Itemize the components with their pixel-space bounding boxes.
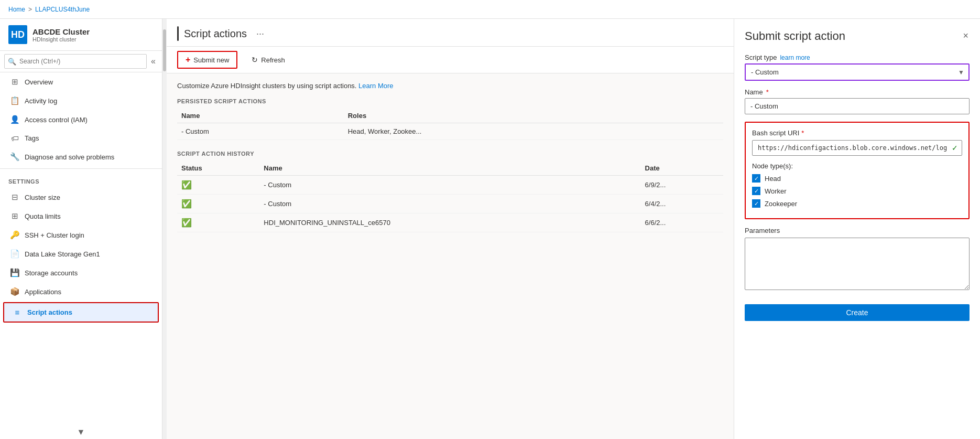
name-required: *: [766, 88, 769, 96]
cluster-icon: HD: [8, 25, 27, 44]
bash-required: *: [801, 129, 804, 137]
sidebar-item-script-actions-label: Script actions: [27, 308, 72, 316]
history-name-1: - Custom: [259, 176, 640, 195]
zookeeper-checkbox[interactable]: [752, 199, 760, 208]
sidebar-item-script-actions[interactable]: ≡ Script actions: [4, 303, 158, 322]
sidebar-item-data-lake-label: Data Lake Storage Gen1: [25, 250, 100, 258]
head-checkbox[interactable]: [752, 174, 760, 183]
access-control-icon: 👤: [10, 115, 19, 124]
sidebar-nav: ⊞ Overview 📋 Activity log 👤 Access contr…: [0, 72, 162, 425]
script-type-group: Script type learn more - Custom Bash Pow…: [745, 53, 970, 81]
script-type-select[interactable]: - Custom Bash PowerShell: [745, 63, 970, 81]
sidebar-item-applications[interactable]: 📦 Applications: [0, 282, 162, 301]
sidebar-item-overview[interactable]: ⊞ Overview: [0, 72, 162, 91]
submit-new-button[interactable]: + Submit new: [177, 51, 237, 69]
sidebar-item-access-control[interactable]: 👤 Access control (IAM): [0, 110, 162, 129]
worker-label: Worker: [765, 187, 787, 195]
quota-icon: ⊞: [10, 211, 19, 221]
applications-icon: 📦: [10, 287, 19, 296]
node-types-label: Node type(s):: [752, 162, 962, 170]
table-row: - Custom Head, Worker, Zookee...: [177, 123, 723, 140]
sidebar-item-tags-label: Tags: [25, 134, 39, 142]
bash-uri-input[interactable]: [752, 140, 962, 156]
sidebar-item-activity-log[interactable]: 📋 Activity log: [0, 91, 162, 110]
content-area: Customize Azure HDInsight clusters by us…: [167, 73, 734, 439]
cluster-name: ABCDE Cluster: [32, 27, 90, 36]
table-row: ✅ - Custom 6/9/2...: [177, 176, 723, 195]
home-breadcrumb[interactable]: Home: [8, 6, 25, 13]
create-button[interactable]: Create: [745, 304, 970, 321]
main-content: Script actions ··· + Submit new ↻ Refres…: [167, 19, 734, 439]
ssh-icon: 🔑: [10, 230, 19, 240]
col-status: Status: [177, 161, 259, 176]
persisted-name: - Custom: [177, 123, 344, 140]
head-checkbox-row: Head: [752, 174, 962, 183]
col-roles: Roles: [344, 109, 723, 123]
status-icon-1: ✅: [181, 180, 192, 189]
scroll-thumb[interactable]: [163, 29, 166, 71]
sidebar-item-data-lake[interactable]: 📄 Data Lake Storage Gen1: [0, 244, 162, 263]
diagnose-icon: 🔧: [10, 152, 19, 162]
sidebar-item-quota-limits[interactable]: ⊞ Quota limits: [0, 207, 162, 226]
history-table: Status Name Date ✅ - Custom 6/9/2... ✅: [177, 161, 723, 232]
collapse-sidebar-button[interactable]: «: [149, 55, 158, 68]
head-label: Head: [765, 175, 781, 183]
sidebar-item-quota-limits-label: Quota limits: [25, 212, 61, 220]
worker-checkbox[interactable]: [752, 187, 760, 195]
sidebar-item-ssh-login-label: SSH + Cluster login: [25, 231, 84, 239]
col-name: Name: [177, 109, 344, 123]
learn-more-link[interactable]: Learn More: [358, 82, 393, 90]
parameters-label: Parameters: [745, 227, 970, 234]
sidebar-item-tags[interactable]: 🏷 Tags: [0, 129, 162, 147]
overview-icon: ⊞: [10, 77, 19, 87]
script-type-learn-more[interactable]: learn more: [780, 54, 810, 61]
script-type-label: Script type learn more: [745, 53, 970, 61]
name-group: Name *: [745, 88, 970, 114]
search-input[interactable]: [4, 54, 147, 69]
persisted-table-container: Name Roles - Custom Head, Worker, Zookee…: [177, 109, 723, 140]
history-date-2: 6/4/2...: [641, 195, 723, 213]
col-history-name: Name: [259, 161, 640, 176]
persisted-roles: Head, Worker, Zookee...: [344, 123, 723, 140]
right-panel: Submit script action × Script type learn…: [734, 19, 980, 439]
refresh-label: Refresh: [261, 56, 285, 64]
name-input[interactable]: [745, 98, 970, 114]
panel-header: Submit script action ×: [745, 29, 970, 43]
sidebar-item-access-control-label: Access control (IAM): [25, 116, 88, 124]
name-label: Name *: [745, 88, 970, 96]
zookeeper-checkbox-row: Zookeeper: [752, 199, 962, 208]
parameters-textarea[interactable]: [745, 238, 970, 290]
search-icon: 🔍: [8, 58, 16, 66]
history-table-container: Status Name Date ✅ - Custom 6/9/2... ✅: [177, 161, 723, 232]
scroll-down-indicator: ▼: [0, 425, 162, 439]
script-type-select-wrapper: - Custom Bash PowerShell ▼: [745, 63, 970, 81]
sidebar: HD ABCDE Cluster HDInsight cluster 🔍 « ⊞…: [0, 19, 162, 439]
persisted-section-header: PERSISTED SCRIPT ACTIONS: [177, 98, 723, 104]
history-date-1: 6/9/2...: [641, 176, 723, 195]
sidebar-item-storage-accounts[interactable]: 💾 Storage accounts: [0, 263, 162, 282]
more-options-button[interactable]: ···: [252, 27, 268, 40]
sidebar-item-applications-label: Applications: [25, 288, 61, 296]
uri-valid-icon: ✓: [952, 144, 958, 152]
refresh-icon: ↻: [252, 56, 258, 64]
cluster-info: ABCDE Cluster HDInsight cluster: [32, 27, 90, 42]
sidebar-item-cluster-size[interactable]: ⊟ Cluster size: [0, 188, 162, 207]
sidebar-item-ssh-login[interactable]: 🔑 SSH + Cluster login: [0, 226, 162, 244]
page-title-divider: [177, 26, 179, 41]
sidebar-item-overview-label: Overview: [25, 78, 53, 86]
bash-uri-label: Bash script URI *: [752, 129, 962, 137]
sidebar-item-diagnose-label: Diagnose and solve problems: [25, 153, 114, 161]
table-row: ✅ HDI_MONITORING_UNINSTALL_ce6570 6/6/2.…: [177, 213, 723, 232]
tags-icon: 🏷: [10, 134, 19, 143]
refresh-button[interactable]: ↻ Refresh: [244, 52, 293, 68]
plus-icon: +: [186, 55, 190, 65]
sidebar-scrollbar[interactable]: [162, 19, 167, 439]
page-title: Script actions: [184, 28, 247, 40]
storage-icon: 💾: [10, 268, 19, 277]
cluster-breadcrumb[interactable]: LLAPCLUS4thJune: [35, 6, 90, 13]
sidebar-item-activity-log-label: Activity log: [25, 97, 57, 105]
close-panel-button[interactable]: ×: [962, 29, 970, 42]
sidebar-item-diagnose[interactable]: 🔧 Diagnose and solve problems: [0, 147, 162, 166]
zookeeper-label: Zookeeper: [765, 200, 797, 208]
status-icon-2: ✅: [181, 199, 192, 208]
